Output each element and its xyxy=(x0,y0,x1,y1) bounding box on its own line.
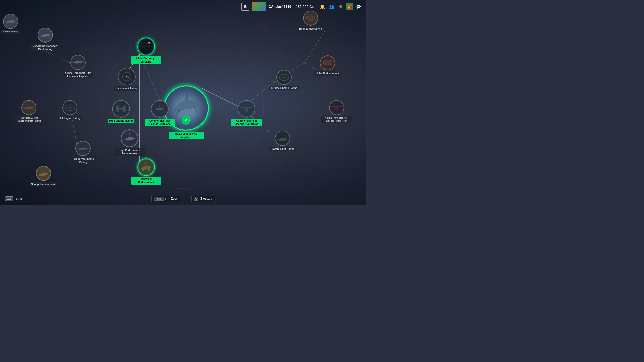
node-circle-airline-transport[interactable] xyxy=(70,55,86,70)
node-night-currency[interactable]: Night Currency - Airplane xyxy=(131,38,161,64)
node-label-airliner: Airliner Rating xyxy=(1,30,20,34)
settings-icon[interactable]: ⚙ xyxy=(337,3,344,10)
node-hoist[interactable]: Hoist Endorsement xyxy=(314,55,341,76)
svg-rect-57 xyxy=(327,65,329,67)
svg-rect-38 xyxy=(245,107,248,112)
node-label-high-perf: High Performance Endorsement xyxy=(114,148,145,156)
node-label-airline-rotor: Airline Transport Pilot License - Rotorc… xyxy=(321,116,352,123)
g-key: G xyxy=(194,197,199,201)
node-tailwheel[interactable]: Tailwheel Endorsement xyxy=(131,158,161,185)
svg-point-56 xyxy=(323,60,332,65)
svg-point-24 xyxy=(148,42,150,44)
node-circle-airliner[interactable] xyxy=(3,14,18,29)
b-button[interactable]: B xyxy=(241,3,249,11)
svg-rect-25 xyxy=(140,47,146,48)
credits-display: 185 000 Cr. xyxy=(296,5,314,9)
node-label-commercial-rotor: Commercial Pilot License - Rotorcraft xyxy=(231,119,262,126)
node-label-hoist: Hoist Endorsement xyxy=(314,71,341,76)
node-circle-instrument[interactable] xyxy=(118,68,136,85)
topbar-icons: 🔔 👥 ⚙ 🎒 💬 xyxy=(319,3,362,10)
svg-point-43 xyxy=(148,169,150,171)
node-turboprop-engine[interactable]: Turboprop Engine Rating xyxy=(68,141,98,164)
node-label-tailwheel: Tailwheel Endorsement xyxy=(131,177,161,185)
node-circle-scoop[interactable] xyxy=(36,166,51,181)
svg-point-54 xyxy=(306,16,315,21)
node-turbine-engine[interactable]: Turbine Engine Rating xyxy=(269,70,299,90)
node-poweredlift[interactable]: Powered-Lift Rating xyxy=(269,131,296,151)
svg-rect-22 xyxy=(140,46,153,47)
node-multi-engine[interactable]: Multi Engine Rating xyxy=(108,100,134,123)
node-circle-jet-engine[interactable] xyxy=(62,100,77,115)
node-label-scoop: Scoop Endorsement xyxy=(30,182,57,186)
node-label-night-currency: Night Currency - Airplane xyxy=(131,56,161,64)
glossary-label: Glossary xyxy=(200,197,212,200)
back-label: Back xyxy=(15,197,22,201)
node-label-commercial-plane: Commercial Pilot License - Airplane xyxy=(145,119,175,126)
zoom-control[interactable]: Num - / ≡ Zoom xyxy=(151,196,181,202)
player-avatar xyxy=(252,2,266,11)
node-circle-commercial-rotor[interactable] xyxy=(238,100,255,118)
zoom-slash: / xyxy=(165,197,166,200)
node-jet-airline[interactable]: Jet Airline Transport Pilot Rating xyxy=(30,28,60,51)
node-label-turbine-engine: Turbine Engine Rating xyxy=(269,86,299,90)
node-circle-airline-rotor[interactable] xyxy=(329,100,344,115)
node-circle-turbine-eng[interactable] xyxy=(276,70,292,85)
node-circle-night-currency[interactable] xyxy=(137,38,155,55)
bottombar: Esc Back Num - / ≡ Zoom G Glossary xyxy=(0,192,366,205)
topbar: B CAndor#5319 185 000 Cr. 🔔 👥 ⚙ 🎒 💬 xyxy=(237,0,366,13)
node-circle-tailwheel[interactable] xyxy=(137,158,155,176)
zoom-label: Zoom xyxy=(171,197,179,200)
node-turboprop-airline[interactable]: Turboprop Airline Transport Pilot Rating xyxy=(14,100,44,123)
node-circle-turboprop-airline[interactable] xyxy=(21,100,36,115)
node-circle-jet-airline[interactable] xyxy=(38,28,53,43)
svg-point-42 xyxy=(142,169,144,171)
node-commercial-plane[interactable]: Commercial Pilot License - Airplane xyxy=(145,100,175,126)
svg-rect-34 xyxy=(118,108,124,109)
node-commercial-rotor[interactable]: Commercial Pilot License - Rotorcraft xyxy=(231,100,262,126)
node-airline-rotor[interactable]: Airline Transport Pilot License - Rotorc… xyxy=(321,100,352,123)
node-scoop[interactable]: Scoop Endorsement xyxy=(30,166,57,186)
num-key: Num - xyxy=(154,197,164,201)
node-circle-hoist[interactable] xyxy=(320,55,335,70)
chat-icon[interactable]: 💬 xyxy=(355,3,362,10)
inventory-icon[interactable]: 🎒 xyxy=(346,3,353,10)
node-instrument-rating[interactable]: Instrument Rating xyxy=(114,68,139,91)
node-label-jet-engine: Jet Engine Rating xyxy=(58,116,82,120)
node-circle-high-perf[interactable] xyxy=(121,129,138,147)
node-airliner-rating[interactable]: Airliner Rating xyxy=(1,14,20,34)
node-label-turboprop-engine: Turboprop Engine Rating xyxy=(68,157,98,164)
node-circle-turboprop-eng[interactable] xyxy=(75,141,91,156)
zoom-icon: ≡ xyxy=(168,197,169,200)
completed-check: ✓ xyxy=(182,116,191,125)
node-label-poweredlift: Powered-Lift Rating xyxy=(269,147,296,151)
node-label-turboprop-airline: Turboprop Airline Transport Pilot Rating xyxy=(14,116,44,123)
svg-point-39 xyxy=(245,112,248,113)
svg-point-60 xyxy=(281,76,287,79)
glossary-control[interactable]: G Glossary xyxy=(191,196,215,202)
node-circle-commercial-plane[interactable] xyxy=(151,100,169,118)
svg-rect-63 xyxy=(335,106,338,110)
node-label-hook: Hook Endorsement xyxy=(298,27,324,31)
svg-point-50 xyxy=(68,106,72,109)
node-label-jet-airline: Jet Airline Transport Pilot Rating xyxy=(30,44,60,51)
node-label-airline-transport: Airline Transport Pilot License - Airpla… xyxy=(63,71,93,78)
node-jet-engine[interactable]: Jet Engine Rating xyxy=(58,100,82,120)
node-high-performance[interactable]: High Performance Endorsement xyxy=(114,129,145,156)
notification-icon[interactable]: 🔔 xyxy=(319,3,326,10)
friends-icon[interactable]: 👥 xyxy=(328,3,335,10)
node-label-private-pilot: Private pilot license - airplane xyxy=(169,132,204,139)
node-airline-transport[interactable]: Airline Transport Pilot License - Airpla… xyxy=(63,55,93,78)
node-label-multi-engine: Multi Engine Rating xyxy=(108,119,134,123)
esc-key-label: Esc xyxy=(5,196,13,201)
node-hook[interactable]: Hook Endorsement xyxy=(298,11,324,31)
player-name: CAndor#5319 xyxy=(268,5,291,9)
back-button[interactable]: Esc Back xyxy=(5,196,22,201)
node-label-instrument: Instrument Rating xyxy=(114,86,139,91)
node-circle-poweredlift[interactable] xyxy=(275,131,290,146)
node-circle-multi-engine[interactable] xyxy=(112,100,130,118)
